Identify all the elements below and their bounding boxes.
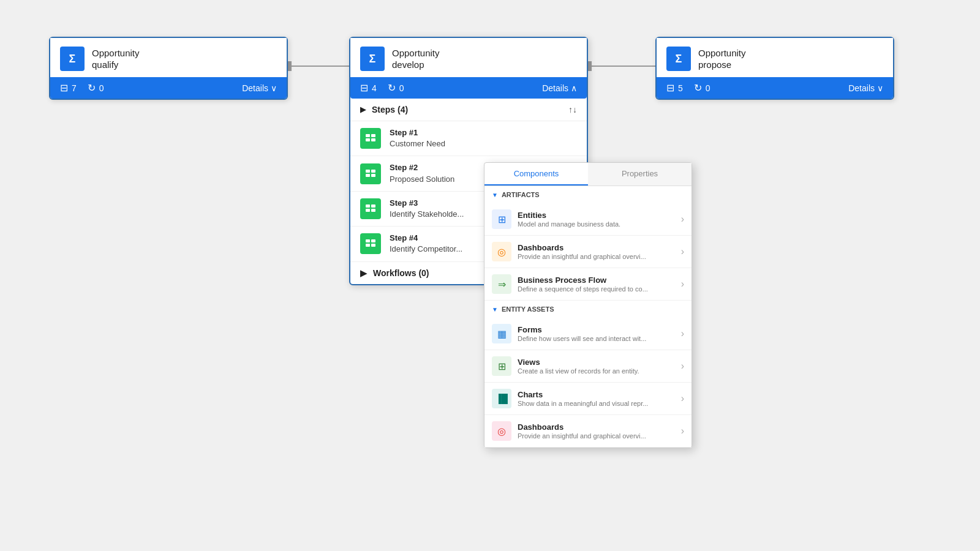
svg-rect-5 xyxy=(366,138,370,141)
dashboards2-icon: ◎ xyxy=(492,421,511,441)
forms-icon: ▦ xyxy=(492,324,511,343)
forms-text: Forms Define how users will see and inte… xyxy=(518,325,675,342)
svg-rect-8 xyxy=(366,170,370,173)
dashboards-desc: Provide an insightful and graphical over… xyxy=(518,253,675,260)
svg-rect-18 xyxy=(371,239,375,242)
qualify-details-button[interactable]: Details ∨ xyxy=(242,83,277,93)
tab-properties[interactable]: Properties xyxy=(588,163,692,186)
dashboards-arrow-icon: › xyxy=(681,246,684,257)
steps-triangle-icon: ▶ xyxy=(360,105,366,114)
tab-components[interactable]: Components xyxy=(484,163,588,186)
svg-rect-9 xyxy=(366,174,370,177)
charts-text: Charts Show data in a meaningful and vis… xyxy=(518,390,675,407)
svg-rect-14 xyxy=(371,204,375,208)
svg-rect-16 xyxy=(366,239,370,242)
dashboards2-desc: Provide an insightful and graphical over… xyxy=(518,432,675,440)
entities-arrow-icon: › xyxy=(681,214,684,225)
dashboards-text: Dashboards Provide an insightful and gra… xyxy=(518,243,675,260)
svg-rect-12 xyxy=(366,204,370,208)
qualify-items-icon: ⊟ xyxy=(60,82,68,94)
svg-rect-19 xyxy=(371,244,375,247)
entity-assets-section-label: ▼ ENTITY ASSETS xyxy=(484,301,692,318)
steps-label: Steps (4) xyxy=(372,105,408,114)
step-2-text: Step #2 Proposed Solution xyxy=(390,162,454,184)
propose-cycles-stat: ↻ 0 xyxy=(694,82,710,94)
artifact-bpf[interactable]: ⇒ Business Process Flow Define a sequenc… xyxy=(484,268,692,301)
dashboards2-arrow-icon: › xyxy=(681,425,684,437)
qualify-card-header: Σ Opportunity qualify xyxy=(50,38,287,77)
bpf-icon: ⇒ xyxy=(492,274,511,294)
artifact-forms[interactable]: ▦ Forms Define how users will see and in… xyxy=(484,318,692,350)
develop-items-icon: ⊟ xyxy=(360,82,368,94)
workflows-triangle-icon: ▶ xyxy=(360,268,367,278)
step-2-number: Step #2 xyxy=(390,162,454,173)
forms-name: Forms xyxy=(518,325,675,334)
charts-name: Charts xyxy=(518,390,675,399)
develop-details-button[interactable]: Details ∧ xyxy=(542,83,577,93)
propose-details-button[interactable]: Details ∨ xyxy=(848,83,883,93)
artifacts-collapse-icon[interactable]: ▼ xyxy=(492,192,498,198)
develop-title: Opportunity develop xyxy=(392,47,440,71)
dashboards2-text: Dashboards Provide an insightful and gra… xyxy=(518,422,675,440)
artifact-entities[interactable]: ⊞ Entities Model and manage business dat… xyxy=(484,203,692,236)
qualify-title: Opportunity qualify xyxy=(92,47,140,71)
step-1-text: Step #1 Customer Need xyxy=(390,127,445,149)
charts-icon: ▐█ xyxy=(492,389,511,408)
step-3-icon xyxy=(360,198,381,219)
step-4-name: Identify Competitor... xyxy=(390,244,462,255)
step-4-text: Step #4 Identify Competitor... xyxy=(390,233,462,255)
step-3-text: Step #3 Identify Stakeholde... xyxy=(390,198,464,220)
bpf-desc: Define a sequence of steps required to c… xyxy=(518,285,675,293)
entities-name: Entities xyxy=(518,211,675,220)
propose-cycles-icon: ↻ xyxy=(694,82,702,94)
charts-desc: Show data in a meaningful and visual rep… xyxy=(518,400,675,407)
step-3-number: Step #3 xyxy=(390,198,464,209)
bpf-arrow-icon: › xyxy=(681,279,684,290)
step-1-name: Customer Need xyxy=(390,138,445,149)
entity-assets-collapse-icon[interactable]: ▼ xyxy=(492,306,498,313)
svg-rect-15 xyxy=(371,209,375,212)
artifact-views[interactable]: ⊞ Views Create a list view of records fo… xyxy=(484,350,692,383)
step-3-name: Identify Stakeholde... xyxy=(390,209,464,220)
entities-desc: Model and manage business data. xyxy=(518,220,675,228)
step-1-number: Step #1 xyxy=(390,127,445,138)
dashboards-name: Dashboards xyxy=(518,243,675,252)
step-1-item[interactable]: Step #1 Customer Need xyxy=(350,121,587,156)
step-2-name: Proposed Solution xyxy=(390,174,454,185)
artifact-dashboards-2[interactable]: ◎ Dashboards Provide an insightful and g… xyxy=(484,415,692,448)
bpf-text: Business Process Flow Define a sequence … xyxy=(518,276,675,293)
svg-rect-4 xyxy=(366,134,370,137)
panel-tabs: Components Properties xyxy=(484,163,692,186)
artifact-charts[interactable]: ▐█ Charts Show data in a meaningful and … xyxy=(484,383,692,415)
forms-desc: Define how users will see and interact w… xyxy=(518,335,675,342)
svg-rect-11 xyxy=(371,174,375,177)
dashboards-icon: ◎ xyxy=(492,242,511,261)
entities-text: Entities Model and manage business data. xyxy=(518,211,675,228)
develop-footer: ⊟ 4 ↻ 0 Details ∧ xyxy=(350,77,587,99)
propose-card: Σ Opportunity propose ⊟ 5 ↻ 0 Details ∨ xyxy=(655,37,894,100)
entities-icon: ⊞ xyxy=(492,209,511,229)
svg-rect-17 xyxy=(366,244,370,247)
propose-items-stat: ⊟ 5 xyxy=(666,82,683,94)
qualify-cycles-stat: ↻ 0 xyxy=(88,82,104,94)
views-arrow-icon: › xyxy=(681,361,684,372)
qualify-items-stat: ⊟ 7 xyxy=(60,82,77,94)
forms-arrow-icon: › xyxy=(681,328,684,339)
propose-icon: Σ xyxy=(666,47,691,71)
views-icon: ⊞ xyxy=(492,356,511,376)
svg-rect-6 xyxy=(371,134,375,137)
svg-rect-10 xyxy=(371,170,375,173)
develop-card-header: Σ Opportunity develop xyxy=(350,38,587,77)
properties-panel: Components Properties ▼ ARTIFACTS ⊞ Enti… xyxy=(484,162,692,448)
artifact-dashboards[interactable]: ◎ Dashboards Provide an insightful and g… xyxy=(484,236,692,268)
svg-rect-13 xyxy=(366,209,370,212)
main-canvas: Σ Opportunity qualify ⊟ 7 ↻ 0 Details ∨ … xyxy=(0,0,980,551)
sort-arrows-button[interactable]: ↑↓ xyxy=(568,105,577,114)
artifacts-section-label: ▼ ARTIFACTS xyxy=(484,186,692,203)
dashboards2-name: Dashboards xyxy=(518,422,675,432)
propose-title: Opportunity propose xyxy=(698,47,746,71)
propose-footer: ⊟ 5 ↻ 0 Details ∨ xyxy=(657,77,893,99)
step-4-number: Step #4 xyxy=(390,233,462,244)
qualify-card: Σ Opportunity qualify ⊟ 7 ↻ 0 Details ∨ xyxy=(49,37,288,100)
step-2-icon xyxy=(360,163,381,184)
